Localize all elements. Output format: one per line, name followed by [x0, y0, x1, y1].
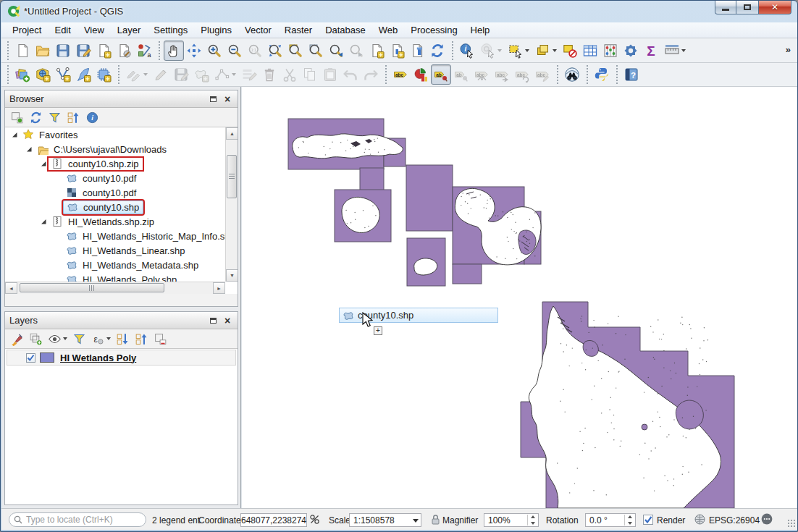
- processing-toolbox-button[interactable]: [621, 41, 641, 61]
- open-project-button[interactable]: [33, 41, 53, 61]
- show-spatial-bookmarks-button[interactable]: [387, 41, 407, 61]
- locator-search-input[interactable]: Type to locate (Ctrl+K): [9, 512, 146, 527]
- menu-settings[interactable]: Settings: [147, 23, 194, 37]
- menu-view[interactable]: View: [77, 23, 111, 37]
- menu-vector[interactable]: Vector: [238, 23, 278, 37]
- new-spatial-bookmark-button[interactable]: [366, 41, 387, 61]
- add-group-button[interactable]: [27, 330, 44, 347]
- deselect-features-button[interactable]: [560, 41, 580, 61]
- expand-arrow-icon[interactable]: [11, 131, 18, 138]
- toolbar-handle[interactable]: [5, 41, 10, 60]
- menu-layer[interactable]: Layer: [111, 23, 148, 37]
- layer-visibility-checkbox[interactable]: [26, 353, 35, 363]
- title-bar[interactable]: *Untitled Project - QGIS ✕: [1, 1, 797, 22]
- tree-item-county10-pdf[interactable]: county10.pdf: [5, 171, 238, 185]
- new-print-layout-button[interactable]: [93, 41, 114, 61]
- zoom-to-layer-button[interactable]: [306, 41, 326, 61]
- dropdown-arrow-icon[interactable]: [232, 73, 236, 76]
- collapse-all-button[interactable]: [64, 109, 82, 126]
- filter-legend-button[interactable]: [70, 330, 88, 347]
- browser-float-button[interactable]: [207, 93, 219, 105]
- dropdown-arrow-icon[interactable]: [525, 49, 529, 52]
- tree-item-c-users-ujaval-downloads[interactable]: C:\Users\ujaval\Downloads: [5, 142, 238, 156]
- resize-grip[interactable]: [787, 519, 796, 528]
- select-features-by-value-button[interactable]: [532, 41, 560, 61]
- lock-scale-icon[interactable]: [430, 514, 441, 525]
- metasearch-button[interactable]: [562, 64, 582, 85]
- toolbar-overflow-button[interactable]: »: [786, 44, 791, 55]
- expand-all-button[interactable]: [114, 330, 131, 347]
- dropdown-arrow-icon[interactable]: [681, 49, 686, 52]
- expand-arrow-icon[interactable]: [40, 218, 47, 225]
- save-project-as-button[interactable]: [73, 41, 93, 61]
- new-project-button[interactable]: [12, 41, 33, 61]
- statistical-summary-button[interactable]: Σ: [641, 41, 661, 61]
- magnifier-spinbox[interactable]: 100%: [484, 513, 539, 527]
- enable-properties-widget-button[interactable]: i: [83, 109, 101, 126]
- open-layer-styling-button[interactable]: [8, 330, 25, 347]
- close-button[interactable]: ✕: [758, 1, 791, 14]
- save-project-button[interactable]: [53, 41, 73, 61]
- crs-globe-icon[interactable]: [694, 514, 705, 525]
- scroll-left-button[interactable]: ◄: [5, 282, 17, 294]
- extents-toggle-icon[interactable]: [309, 514, 320, 525]
- new-temporary-scratch-layer-button[interactable]: [93, 64, 114, 85]
- tree-item-hi-wetlands-linear-shp[interactable]: HI_Wetlands_Linear.shp: [5, 243, 238, 258]
- messages-icon[interactable]: [760, 513, 773, 526]
- scroll-right-button[interactable]: ►: [213, 282, 225, 294]
- scroll-thumb[interactable]: [20, 283, 164, 292]
- tree-item-county10-shp[interactable]: county10.shp: [5, 200, 238, 214]
- spinner-arrows[interactable]: [624, 515, 634, 525]
- expand-arrow-icon[interactable]: [40, 160, 47, 167]
- menu-database[interactable]: Database: [319, 23, 372, 37]
- show-layout-manager-button[interactable]: [114, 41, 134, 61]
- dropdown-arrow-icon[interactable]: [497, 49, 502, 52]
- zoom-out-button[interactable]: [224, 41, 245, 61]
- python-console-button[interactable]: [592, 64, 612, 85]
- tree-item-county10-pdf[interactable]: county10.pdf: [5, 185, 238, 200]
- dropdown-arrow-icon[interactable]: [143, 73, 148, 76]
- render-checkbox[interactable]: [643, 515, 653, 525]
- measure-line-button[interactable]: [661, 41, 689, 61]
- filter-by-expression-button[interactable]: ε: [89, 330, 112, 347]
- layer-diagram-options-button[interactable]: [411, 64, 431, 85]
- menu-plugins[interactable]: Plugins: [194, 23, 238, 37]
- pan-map-button[interactable]: [164, 41, 184, 61]
- crs-status[interactable]: EPSG:26904: [709, 515, 760, 525]
- new-geopackage-layer-button[interactable]: [33, 64, 53, 85]
- tree-item-county10-shp-zip[interactable]: county10.shp.zip: [5, 156, 238, 171]
- map-canvas[interactable]: county10.shp +: [242, 87, 798, 508]
- minimize-button[interactable]: [715, 1, 736, 14]
- layers-close-button[interactable]: ×: [222, 315, 233, 326]
- menu-help[interactable]: Help: [464, 23, 497, 37]
- expand-arrow-icon[interactable]: [25, 145, 33, 153]
- field-calculator-button[interactable]: [600, 41, 621, 61]
- zoom-full-extent-button[interactable]: [265, 41, 285, 61]
- scroll-thumb[interactable]: [227, 155, 237, 198]
- rotation-spinbox[interactable]: 0.0 °: [585, 513, 636, 527]
- tree-item-hi-wetlands-metadata-shp[interactable]: HI_Wetlands_Metadata.shp: [5, 258, 238, 272]
- menu-web[interactable]: Web: [372, 23, 405, 37]
- pan-to-selection-button[interactable]: [184, 41, 204, 61]
- tree-item-hi-wetlands-shp-zip[interactable]: HI_Wetlands.shp.zip: [5, 214, 238, 229]
- tree-item-favorites[interactable]: Favorites: [5, 127, 238, 142]
- browser-horizontal-scrollbar[interactable]: ◄►: [5, 282, 225, 294]
- help-contents-button[interactable]: ?: [621, 64, 642, 85]
- layer-item-hi-wetlands-poly[interactable]: HI Wetlands Poly: [7, 350, 236, 366]
- refresh-map-button[interactable]: [427, 41, 448, 61]
- scale-combobox[interactable]: 1:1508578: [349, 513, 421, 527]
- layers-float-button[interactable]: [207, 315, 219, 326]
- tree-item-hi-wetlands-historic-map-info-shp[interactable]: HI_Wetlands_Historic_Map_Info.shp: [5, 229, 238, 243]
- select-features-button[interactable]: [505, 41, 532, 61]
- menu-project[interactable]: Project: [6, 23, 48, 37]
- zoom-in-button[interactable]: [204, 41, 224, 61]
- coordinate-input[interactable]: 648077,2238274: [240, 513, 307, 527]
- filter-browser-button[interactable]: [46, 109, 63, 126]
- new-virtual-layer-button[interactable]: [73, 64, 93, 85]
- zoom-to-selection-button[interactable]: [285, 41, 306, 61]
- zoom-last-button[interactable]: [326, 41, 346, 61]
- menu-raster[interactable]: Raster: [278, 23, 319, 37]
- manage-map-themes-button[interactable]: [46, 330, 69, 347]
- show-bookmark-manager-button[interactable]: [407, 41, 427, 61]
- collapse-all-button[interactable]: [133, 330, 150, 347]
